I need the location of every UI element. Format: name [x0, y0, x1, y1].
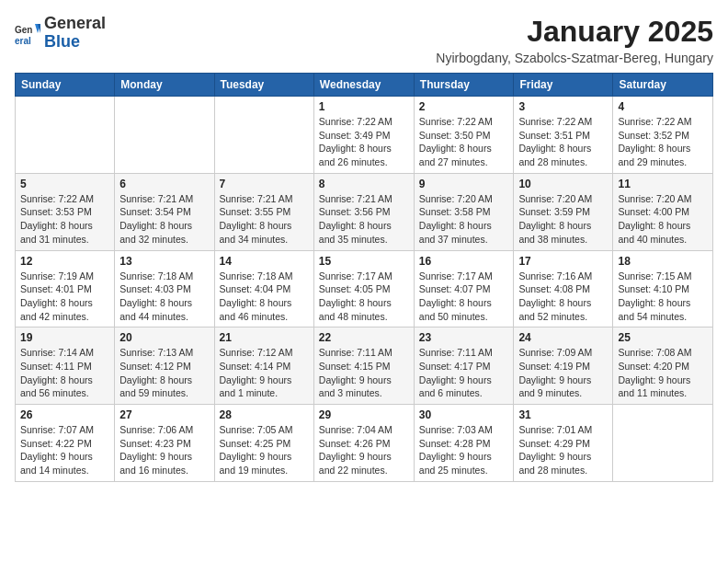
calendar-day-header: Wednesday	[313, 74, 414, 97]
logo-general: General	[44, 14, 106, 32]
table-row: 30Sunrise: 7:03 AM Sunset: 4:28 PM Dayli…	[414, 405, 514, 482]
day-info: Sunrise: 7:11 AM Sunset: 4:17 PM Dayligh…	[419, 346, 509, 400]
day-info: Sunrise: 7:19 AM Sunset: 4:01 PM Dayligh…	[20, 270, 109, 324]
day-number: 3	[518, 100, 608, 113]
day-info: Sunrise: 7:20 AM Sunset: 3:59 PM Dayligh…	[518, 192, 608, 247]
table-row: 29Sunrise: 7:04 AM Sunset: 4:26 PM Dayli…	[313, 405, 414, 482]
table-row: 28Sunrise: 7:05 AM Sunset: 4:25 PM Dayli…	[214, 405, 313, 482]
location-subtitle: Nyirbogdany, Szabolcs-Szatmar-Bereg, Hun…	[436, 51, 713, 65]
day-number: 15	[319, 255, 409, 268]
day-info: Sunrise: 7:21 AM Sunset: 3:54 PM Dayligh…	[119, 192, 209, 247]
table-row: 15Sunrise: 7:17 AM Sunset: 4:05 PM Dayli…	[313, 250, 414, 327]
logo-icon: Gen eral	[15, 20, 40, 46]
day-info: Sunrise: 7:15 AM Sunset: 4:10 PM Dayligh…	[618, 270, 708, 324]
day-number: 20	[119, 331, 209, 344]
page-header: Gen eral General Blue January 2025 Nyirb…	[15, 15, 713, 65]
table-row: 16Sunrise: 7:17 AM Sunset: 4:07 PM Dayli…	[414, 250, 514, 327]
table-row: 4Sunrise: 7:22 AM Sunset: 3:52 PM Daylig…	[613, 97, 713, 174]
day-number: 7	[220, 178, 309, 190]
month-title: January 2025	[436, 15, 713, 49]
table-row: 26Sunrise: 7:07 AM Sunset: 4:22 PM Dayli…	[16, 405, 115, 482]
day-number: 14	[220, 255, 309, 268]
table-row: 5Sunrise: 7:22 AM Sunset: 3:53 PM Daylig…	[16, 173, 115, 250]
calendar-table: SundayMondayTuesdayWednesdayThursdayFrid…	[15, 73, 713, 482]
day-number: 22	[319, 331, 409, 344]
table-row: 17Sunrise: 7:16 AM Sunset: 4:08 PM Dayli…	[514, 250, 613, 327]
calendar-day-header: Thursday	[414, 74, 514, 97]
day-info: Sunrise: 7:20 AM Sunset: 4:00 PM Dayligh…	[618, 192, 708, 247]
day-info: Sunrise: 7:22 AM Sunset: 3:53 PM Dayligh…	[20, 192, 109, 247]
day-info: Sunrise: 7:17 AM Sunset: 4:05 PM Dayligh…	[319, 270, 409, 324]
table-row	[115, 97, 214, 174]
day-number: 23	[419, 331, 509, 344]
day-info: Sunrise: 7:03 AM Sunset: 4:28 PM Dayligh…	[419, 423, 509, 477]
day-info: Sunrise: 7:01 AM Sunset: 4:29 PM Dayligh…	[518, 423, 608, 477]
day-number: 9	[419, 178, 509, 190]
day-number: 27	[119, 408, 209, 421]
table-row: 20Sunrise: 7:13 AM Sunset: 4:12 PM Dayli…	[115, 327, 214, 405]
day-info: Sunrise: 7:20 AM Sunset: 3:58 PM Dayligh…	[419, 192, 509, 247]
day-number: 25	[618, 331, 708, 344]
calendar-header: SundayMondayTuesdayWednesdayThursdayFrid…	[16, 74, 713, 97]
day-number: 28	[220, 408, 309, 421]
day-number: 11	[618, 178, 708, 190]
calendar-day-header: Monday	[115, 74, 214, 97]
day-number: 31	[518, 408, 608, 421]
day-number: 10	[518, 178, 608, 190]
day-info: Sunrise: 7:09 AM Sunset: 4:19 PM Dayligh…	[518, 346, 608, 400]
day-number: 26	[20, 408, 109, 421]
day-info: Sunrise: 7:08 AM Sunset: 4:20 PM Dayligh…	[618, 346, 708, 400]
day-info: Sunrise: 7:14 AM Sunset: 4:11 PM Dayligh…	[20, 346, 109, 400]
day-number: 6	[119, 178, 209, 190]
day-number: 16	[419, 255, 509, 268]
table-row: 25Sunrise: 7:08 AM Sunset: 4:20 PM Dayli…	[613, 327, 713, 405]
svg-text:Gen: Gen	[15, 25, 32, 35]
day-number: 8	[319, 178, 409, 190]
day-number: 1	[319, 100, 409, 113]
day-info: Sunrise: 7:06 AM Sunset: 4:23 PM Dayligh…	[119, 423, 209, 477]
table-row: 21Sunrise: 7:12 AM Sunset: 4:14 PM Dayli…	[214, 327, 313, 405]
day-info: Sunrise: 7:22 AM Sunset: 3:50 PM Dayligh…	[419, 115, 509, 169]
table-row: 11Sunrise: 7:20 AM Sunset: 4:00 PM Dayli…	[613, 173, 713, 250]
day-info: Sunrise: 7:12 AM Sunset: 4:14 PM Dayligh…	[220, 346, 309, 400]
day-number: 24	[518, 331, 608, 344]
table-row: 10Sunrise: 7:20 AM Sunset: 3:59 PM Dayli…	[514, 173, 613, 250]
day-info: Sunrise: 7:07 AM Sunset: 4:22 PM Dayligh…	[20, 423, 109, 477]
table-row: 12Sunrise: 7:19 AM Sunset: 4:01 PM Dayli…	[16, 250, 115, 327]
day-info: Sunrise: 7:16 AM Sunset: 4:08 PM Dayligh…	[518, 270, 608, 324]
day-number: 29	[319, 408, 409, 421]
day-number: 4	[618, 100, 708, 113]
day-info: Sunrise: 7:22 AM Sunset: 3:51 PM Dayligh…	[518, 115, 608, 169]
logo-blue: Blue	[44, 32, 80, 51]
table-row	[214, 97, 313, 174]
day-number: 13	[119, 255, 209, 268]
table-row: 13Sunrise: 7:18 AM Sunset: 4:03 PM Dayli…	[115, 250, 214, 327]
day-info: Sunrise: 7:21 AM Sunset: 3:56 PM Dayligh…	[319, 192, 409, 247]
table-row: 2Sunrise: 7:22 AM Sunset: 3:50 PM Daylig…	[414, 97, 514, 174]
day-info: Sunrise: 7:17 AM Sunset: 4:07 PM Dayligh…	[419, 270, 509, 324]
calendar-day-header: Sunday	[16, 74, 115, 97]
day-info: Sunrise: 7:11 AM Sunset: 4:15 PM Dayligh…	[319, 346, 409, 400]
table-row: 6Sunrise: 7:21 AM Sunset: 3:54 PM Daylig…	[115, 173, 214, 250]
table-row: 8Sunrise: 7:21 AM Sunset: 3:56 PM Daylig…	[313, 173, 414, 250]
table-row: 18Sunrise: 7:15 AM Sunset: 4:10 PM Dayli…	[613, 250, 713, 327]
table-row: 19Sunrise: 7:14 AM Sunset: 4:11 PM Dayli…	[16, 327, 115, 405]
calendar-day-header: Tuesday	[214, 74, 313, 97]
table-row: 14Sunrise: 7:18 AM Sunset: 4:04 PM Dayli…	[214, 250, 313, 327]
day-info: Sunrise: 7:05 AM Sunset: 4:25 PM Dayligh…	[220, 423, 309, 477]
table-row	[613, 405, 713, 482]
table-row: 9Sunrise: 7:20 AM Sunset: 3:58 PM Daylig…	[414, 173, 514, 250]
day-number: 2	[419, 100, 509, 113]
day-info: Sunrise: 7:18 AM Sunset: 4:04 PM Dayligh…	[220, 270, 309, 324]
day-number: 19	[20, 331, 109, 344]
day-info: Sunrise: 7:04 AM Sunset: 4:26 PM Dayligh…	[319, 423, 409, 477]
logo: Gen eral General Blue	[15, 15, 106, 52]
day-number: 30	[419, 408, 509, 421]
table-row: 3Sunrise: 7:22 AM Sunset: 3:51 PM Daylig…	[514, 97, 613, 174]
calendar-day-header: Friday	[514, 74, 613, 97]
day-number: 21	[220, 331, 309, 344]
table-row: 7Sunrise: 7:21 AM Sunset: 3:55 PM Daylig…	[214, 173, 313, 250]
day-info: Sunrise: 7:22 AM Sunset: 3:49 PM Dayligh…	[319, 115, 409, 169]
title-block: January 2025 Nyirbogdany, Szabolcs-Szatm…	[436, 15, 713, 65]
table-row: 27Sunrise: 7:06 AM Sunset: 4:23 PM Dayli…	[115, 405, 214, 482]
